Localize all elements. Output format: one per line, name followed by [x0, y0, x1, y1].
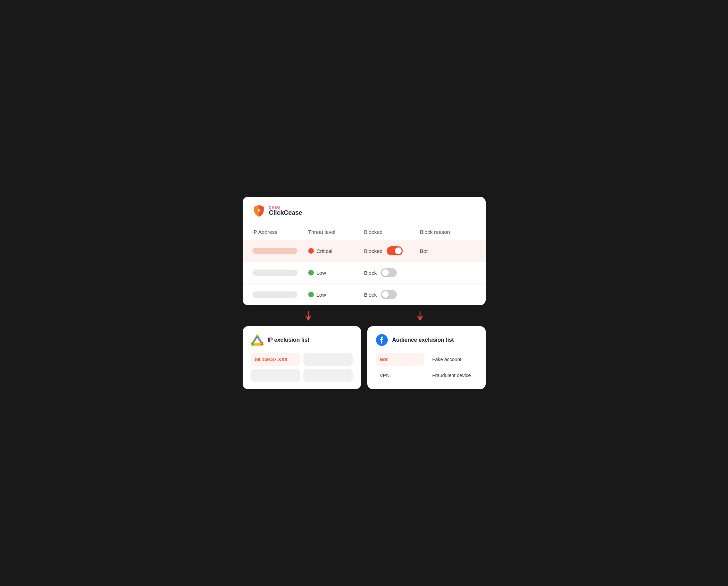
ip-placeholder — [252, 248, 298, 254]
block-reason-1: Bot — [420, 248, 476, 254]
main-container: $ CHEQ ClickCease IP Address Threat leve… — [243, 197, 486, 389]
threat-cell-3: Low — [308, 292, 364, 298]
ip-card-header: IP exclusion list — [251, 334, 353, 346]
shield-icon: $ — [252, 204, 266, 218]
ip-placeholder — [252, 270, 298, 276]
logo-text: CHEQ ClickCease — [269, 206, 302, 216]
audience-item-fake: Fake account — [428, 353, 477, 366]
google-ads-icon — [251, 334, 263, 346]
facebook-icon — [376, 334, 388, 346]
ip-exclusion-card: IP exclusion list 89.159.87.XXX — [243, 326, 361, 389]
toggle-knob-1 — [395, 247, 402, 254]
top-card: $ CHEQ ClickCease IP Address Threat leve… — [243, 197, 486, 305]
critical-dot — [308, 248, 314, 254]
header-ip: IP Address — [252, 229, 308, 235]
ip-cell-2 — [252, 270, 308, 276]
fraudulent-device-text: Fraudulent device — [432, 373, 471, 378]
arrows-row — [243, 305, 486, 326]
audience-card-title: Audience exclusion list — [392, 337, 454, 343]
ip-card-title: IP exclusion list — [268, 337, 310, 343]
header-threat: Threat level — [308, 229, 364, 235]
blocked-text-1: Blocked — [364, 248, 383, 254]
logo-header: $ CHEQ ClickCease — [243, 197, 486, 224]
header-blocked: Blocked — [364, 229, 420, 235]
audience-card-header: Audience exclusion list — [376, 334, 477, 346]
exclusion-placeholder-1 — [303, 353, 353, 366]
audience-exclusion-card: Audience exclusion list Bot Fake account… — [367, 326, 486, 389]
threat-label-1: Critical — [317, 248, 333, 254]
table-row: Low Block — [243, 262, 486, 284]
blocked-text-3: Block — [364, 292, 377, 298]
arrow-right — [364, 311, 476, 321]
threat-label-2: Low — [317, 270, 326, 276]
bot-text: Bot — [380, 357, 388, 362]
blocked-cell-2: Block — [364, 268, 420, 277]
threat-cell-2: Low — [308, 270, 364, 276]
toggle-2[interactable] — [381, 268, 397, 277]
threat-label-3: Low — [317, 292, 326, 298]
table-row: Low Block — [243, 284, 486, 305]
exclusion-row-1: 89.159.87.XXX — [251, 353, 353, 366]
ip-value-item: 89.159.87.XXX — [251, 353, 300, 366]
ip-placeholder — [252, 291, 298, 298]
arrow-left — [252, 311, 364, 321]
cheq-label: CHEQ — [269, 206, 302, 210]
blocked-cell-1: Blocked — [364, 246, 420, 255]
clickcease-label: ClickCease — [269, 210, 302, 216]
fake-account-text: Fake account — [432, 357, 461, 362]
bottom-cards: IP exclusion list 89.159.87.XXX — [243, 326, 486, 389]
table-row: Critical Blocked Bot — [243, 240, 486, 262]
ip-exclusion-list: 89.159.87.XXX — [251, 353, 353, 382]
svg-text:$: $ — [258, 208, 260, 213]
exclusion-placeholder-2 — [251, 369, 300, 382]
ip-cell-1 — [252, 248, 308, 254]
toggle-knob-3 — [382, 291, 389, 298]
low-dot-2 — [308, 292, 314, 297]
ip-cell-3 — [252, 291, 308, 298]
toggle-1[interactable] — [387, 246, 403, 255]
toggle-knob-2 — [382, 269, 389, 276]
threat-cell-1: Critical — [308, 248, 364, 254]
audience-item-vpn: VPN — [376, 369, 425, 382]
audience-item-bot: Bot — [376, 353, 425, 366]
exclusion-placeholder-3 — [303, 369, 353, 382]
svg-marker-1 — [306, 318, 310, 321]
table-header: IP Address Threat level Blocked Block re… — [243, 224, 486, 240]
exclusion-row-2 — [251, 369, 353, 382]
low-dot — [308, 270, 314, 275]
down-arrow-right — [416, 311, 424, 321]
ip-value-text: 89.159.87.XXX — [255, 357, 288, 362]
header-reason: Block reason — [420, 229, 476, 235]
svg-marker-2 — [418, 318, 422, 321]
vpn-text: VPN — [380, 373, 390, 378]
blocked-text-2: Block — [364, 270, 377, 276]
audience-item-fraud: Fraudulent device — [428, 369, 477, 382]
audience-grid: Bot Fake account VPN Fraudulent device — [376, 353, 477, 382]
toggle-3[interactable] — [381, 290, 397, 299]
down-arrow-left — [304, 311, 312, 321]
blocked-cell-3: Block — [364, 290, 420, 299]
